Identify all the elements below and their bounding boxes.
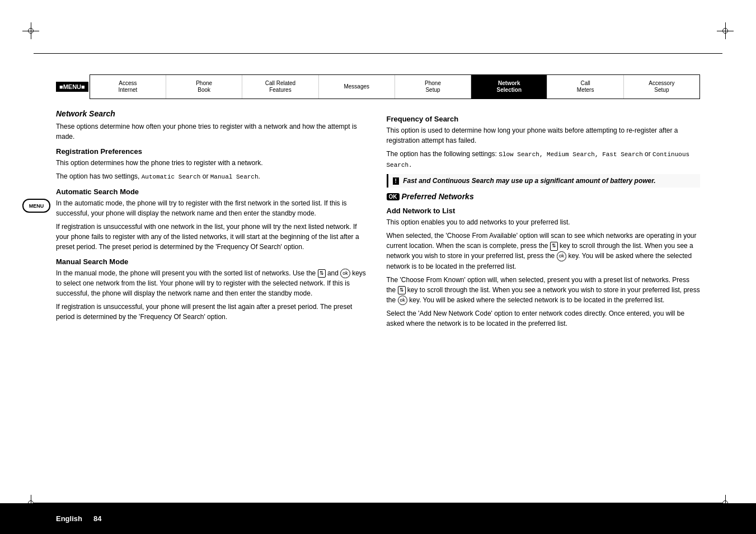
ok-badge: OK [387, 193, 400, 200]
ok-icon-2: ok [557, 251, 567, 261]
nav-item-phone-setup[interactable]: Phone Setup [395, 75, 471, 99]
scroll-icon-3: ⇅ [398, 286, 406, 295]
scroll-icon-2: ⇅ [550, 242, 558, 251]
corner-mark-tr [717, 22, 734, 39]
menu-btn-container: MENU [22, 199, 50, 213]
auto-search-heading: Automatic Search Mode [56, 188, 370, 196]
nav-bar: ■MENU■ Access Internet Phone Book Call R… [56, 73, 700, 101]
nav-item-phone-book[interactable]: Phone Book [166, 75, 242, 99]
manual-search-heading: Manual Search Mode [56, 257, 370, 266]
warning-icon: ! [393, 177, 399, 185]
freq-search-heading: Frequency of Search [387, 115, 701, 123]
footer: English 84 [0, 503, 756, 534]
corner-mark-tl [22, 22, 39, 39]
nav-item-network-selection[interactable]: Network Selection [471, 75, 547, 99]
auto-search-para2: If registration is unsuccessful with one… [56, 222, 370, 252]
add-network-heading: Add Network to List [387, 207, 701, 215]
nav-item-messages[interactable]: Messages [319, 75, 395, 99]
nav-item-call-meters[interactable]: Call Meters [547, 75, 623, 99]
freq-search-para2: The option has the following settings: S… [387, 149, 701, 170]
nav-items: Access Internet Phone Book Call Related … [90, 74, 700, 99]
network-search-title: Network Search [56, 109, 370, 118]
registration-prefs-settings: The option has two settings, Automatic S… [56, 171, 370, 182]
scroll-icon-inline: ⇅ [318, 269, 326, 278]
footer-language: English [56, 514, 82, 523]
add-network-para2: When selected, the 'Choose From Availabl… [387, 231, 701, 271]
add-network-para3: The 'Choose From Known' option will, whe… [387, 275, 701, 306]
registration-prefs-heading: Registration Preferences [56, 147, 370, 156]
auto-search-para1: In the automatic mode, the phone will tr… [56, 198, 370, 218]
menu-button-icon: MENU [22, 199, 50, 213]
network-search-intro: These options determine how often your p… [56, 121, 370, 142]
add-network-para4: Select the 'Add New Network Code' option… [387, 308, 701, 329]
footer-page: 84 [93, 514, 101, 523]
warning-box: ! Fast and Continuous Search may use up … [387, 174, 701, 188]
freq-search-para1: This option is used to determine how lon… [387, 125, 701, 146]
content-area: MENU Network Search These options determ… [56, 109, 700, 478]
registration-prefs-text: This option determines how the phone tri… [56, 158, 370, 168]
ok-icon-3: ok [398, 296, 408, 306]
preferred-networks-title: OK Preferred Networks [387, 192, 701, 201]
top-divider [34, 53, 722, 54]
add-network-para1: This option enables you to add networks … [387, 217, 701, 227]
nav-item-accessory-setup[interactable]: Accessory Setup [624, 75, 699, 99]
manual-search-para2: If registration is unsuccessful, your ph… [56, 302, 370, 322]
left-column: MENU Network Search These options determ… [56, 109, 370, 478]
manual-search-para1: In the manual mode, the phone will prese… [56, 268, 370, 299]
nav-item-access-internet[interactable]: Access Internet [90, 75, 166, 99]
right-column: Frequency of Search This option is used … [387, 109, 701, 478]
nav-item-call-related-features[interactable]: Call Related Features [242, 75, 318, 99]
ok-icon-inline: ok [340, 269, 350, 279]
menu-label: ■MENU■ [56, 82, 88, 92]
